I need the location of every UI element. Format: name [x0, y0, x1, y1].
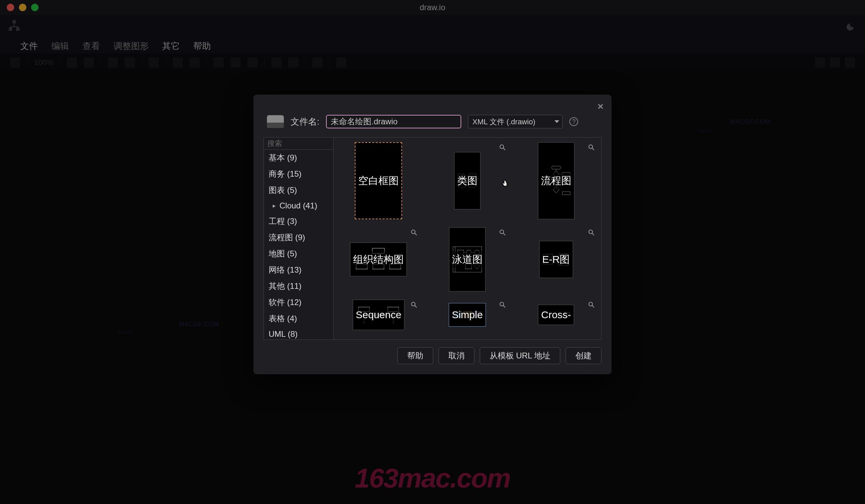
svg-point-39	[500, 230, 504, 234]
cancel-button[interactable]: 取消	[439, 347, 474, 364]
category-item[interactable]: UML (8)	[264, 327, 333, 340]
category-item[interactable]: 软件 (12)	[264, 294, 333, 310]
template-class-diagram[interactable]: 类图	[454, 152, 481, 209]
template-flowchart[interactable]: 流程图	[538, 142, 574, 219]
dialog-footer: 帮助 取消 从模板 URL 地址 创建	[264, 347, 601, 364]
preview-zoom-icon[interactable]	[588, 229, 595, 236]
preview-zoom-icon[interactable]	[588, 143, 595, 151]
category-item[interactable]: 流程图 (9)	[264, 230, 333, 246]
create-button[interactable]: 创建	[566, 347, 601, 364]
category-item-cloud[interactable]: ▸Cloud (41)	[264, 198, 333, 213]
svg-line-40	[504, 233, 506, 235]
svg-line-15	[592, 148, 595, 150]
category-list: 基本 (9) 商务 (15) 图表 (5) ▸Cloud (41) 工程 (3)…	[264, 150, 333, 340]
category-item[interactable]: 图表 (5)	[264, 182, 333, 198]
svg-line-3	[504, 148, 506, 150]
svg-line-52	[592, 233, 595, 235]
modal-overlay: × 文件名: XML 文件 (.drawio) ?	[0, 0, 865, 504]
template-org-chart[interactable]: 组织结构图	[350, 243, 407, 276]
category-item[interactable]: 其他 (11)	[264, 278, 333, 294]
category-item[interactable]: 网络 (13)	[264, 262, 333, 278]
svg-line-70	[504, 306, 506, 308]
template-sequence[interactable]: dispatch Sequence	[353, 300, 404, 330]
category-item[interactable]: 基本 (9)	[264, 150, 333, 166]
category-item[interactable]: 商务 (15)	[264, 166, 333, 182]
template-grid: 空白框图 类图 流程图	[334, 138, 601, 340]
from-url-button[interactable]: 从模板 URL 地址	[480, 347, 560, 364]
svg-rect-16	[551, 166, 561, 169]
template-swimlane[interactable]: 泳道图	[449, 227, 486, 292]
template-blank[interactable]: 空白框图	[355, 142, 402, 219]
svg-line-62	[415, 306, 417, 308]
svg-point-28	[411, 230, 415, 234]
svg-point-74	[589, 302, 593, 306]
help-icon[interactable]: ?	[569, 117, 578, 126]
preview-zoom-icon[interactable]	[499, 143, 506, 151]
help-button[interactable]: 帮助	[397, 347, 433, 364]
filename-input[interactable]	[326, 115, 461, 128]
format-select[interactable]: XML 文件 (.drawio)	[468, 115, 563, 128]
dialog-close-button[interactable]: ×	[597, 101, 603, 112]
category-item[interactable]: 地图 (5)	[264, 246, 333, 262]
svg-rect-22	[562, 191, 570, 195]
preview-zoom-icon[interactable]	[410, 301, 418, 308]
preview-zoom-icon[interactable]	[410, 229, 418, 236]
template-sidebar: 基本 (9) 商务 (15) 图表 (5) ▸Cloud (41) 工程 (3)…	[264, 138, 334, 340]
template-er-diagram[interactable]: E-R图	[539, 241, 573, 278]
chevron-right-icon: ▸	[273, 202, 277, 209]
new-file-dialog: × 文件名: XML 文件 (.drawio) ?	[253, 95, 612, 374]
svg-point-14	[589, 145, 593, 149]
preview-zoom-icon[interactable]	[499, 229, 506, 236]
preview-zoom-icon[interactable]	[588, 301, 595, 308]
device-icon	[267, 115, 284, 128]
template-cross[interactable]: Cross-	[538, 305, 574, 325]
svg-point-69	[500, 302, 504, 306]
category-item[interactable]: 表格 (4)	[264, 310, 333, 327]
category-item[interactable]: 工程 (3)	[264, 213, 333, 230]
cursor-pointer-icon	[501, 179, 509, 188]
svg-line-75	[592, 306, 595, 308]
template-simple[interactable]: Simple	[449, 303, 486, 327]
svg-line-29	[415, 233, 417, 235]
preview-zoom-icon[interactable]	[499, 301, 506, 308]
svg-point-2	[500, 145, 504, 149]
filename-label: 文件名:	[291, 116, 319, 128]
svg-point-51	[589, 230, 593, 234]
svg-point-61	[411, 302, 415, 306]
